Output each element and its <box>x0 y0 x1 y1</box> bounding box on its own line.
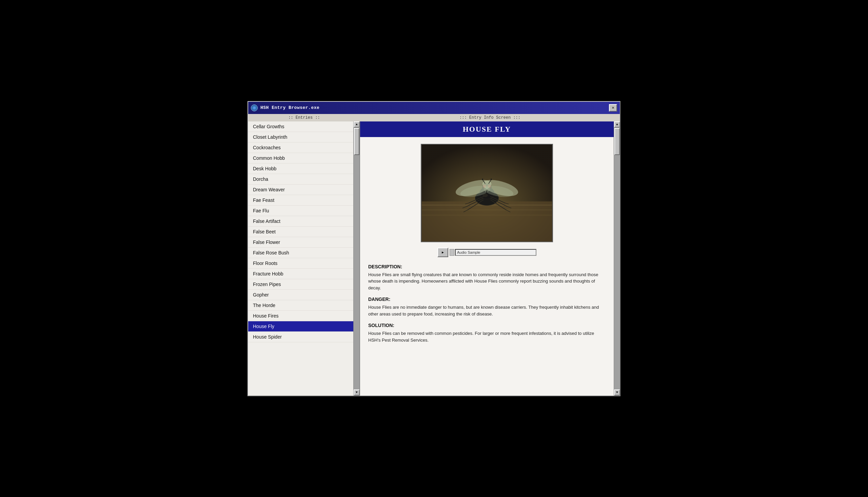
svg-point-32 <box>491 179 492 180</box>
entries-panel: Cellar GrowthsCloset LabyrinthCockroache… <box>248 122 360 396</box>
danger-label: DANGER: <box>368 297 606 302</box>
close-button[interactable]: ✕ <box>609 104 617 112</box>
info-scroll-up-button[interactable]: ▲ <box>614 122 620 128</box>
list-item[interactable]: Floor Roots <box>248 258 353 269</box>
section-headers: :: Entries :: ::: Entry Info Screen ::: <box>248 114 620 122</box>
svg-rect-5 <box>422 215 552 215</box>
play-button[interactable]: ▶ <box>437 248 448 257</box>
list-item[interactable]: Frozen Pipes <box>248 279 353 290</box>
list-item[interactable]: False Flower <box>248 237 353 248</box>
svg-rect-2 <box>422 201 552 241</box>
list-item[interactable]: False Rose Bush <box>248 248 353 258</box>
list-item[interactable]: Closet Labyrinth <box>248 132 353 142</box>
svg-point-31 <box>482 179 483 180</box>
info-panel-content: House Fly <box>360 122 614 396</box>
audio-progress-bar: Audio Sample <box>455 249 536 256</box>
main-content: Cellar GrowthsCloset LabyrinthCockroache… <box>248 122 620 396</box>
list-item[interactable]: Cellar Growths <box>248 122 353 132</box>
scroll-down-button[interactable]: ▼ <box>354 389 359 396</box>
list-item[interactable]: False Artifact <box>248 216 353 227</box>
svg-point-28 <box>483 193 488 197</box>
list-item[interactable]: Cockroaches <box>248 142 353 153</box>
list-item[interactable]: Fae Flu <box>248 205 353 216</box>
entry-header: House Fly <box>360 122 614 137</box>
info-scrollbar[interactable]: ▲ ▼ <box>614 122 620 396</box>
entry-title: House Fly <box>463 125 511 133</box>
scrollbar-thumb[interactable] <box>354 128 359 155</box>
info-panel-wrapper: House Fly <box>360 122 620 396</box>
title-bar: HSH Entry Browser.exe ✕ <box>248 102 620 114</box>
list-item[interactable]: Gopher <box>248 290 353 300</box>
audio-bar-container: Audio Sample <box>450 249 536 256</box>
svg-rect-4 <box>422 210 552 210</box>
info-scrollbar-thumb[interactable] <box>614 128 620 155</box>
list-item[interactable]: Fae Feast <box>248 195 353 205</box>
danger-text: House Flies are no immediate danger to h… <box>368 304 606 317</box>
entries-header: :: Entries :: <box>248 115 360 120</box>
list-item[interactable]: Common Hobb <box>248 153 353 164</box>
list-item[interactable]: House Fly <box>248 321 353 332</box>
entries-list: Cellar GrowthsCloset LabyrinthCockroache… <box>248 122 353 396</box>
description-text: House Flies are small flying creatures t… <box>368 271 606 292</box>
list-scrollbar[interactable]: ▲ ▼ <box>353 122 359 396</box>
list-item[interactable]: House Spider <box>248 332 353 342</box>
app-icon <box>251 104 258 111</box>
info-header-label: ::: Entry Info Screen ::: <box>360 115 620 120</box>
entries-list-container: Cellar GrowthsCloset LabyrinthCockroache… <box>248 122 359 396</box>
list-item[interactable]: Dream Weaver <box>248 185 353 195</box>
list-item[interactable]: Dorcha <box>248 174 353 185</box>
main-window: HSH Entry Browser.exe ✕ :: Entries :: ::… <box>248 101 620 396</box>
audio-square <box>450 249 454 256</box>
window-title: HSH Entry Browser.exe <box>261 105 319 110</box>
scrollbar-track-inner <box>354 128 359 389</box>
solution-text: House Flies can be removed with common p… <box>368 330 606 343</box>
creature-image <box>421 144 553 242</box>
list-item[interactable]: House Fires <box>248 311 353 321</box>
list-item[interactable]: Fracture Hobb <box>248 269 353 279</box>
info-body: ▶ Audio Sample DESCRIPTION: House Flies … <box>360 137 614 396</box>
list-item[interactable]: Desk Hobb <box>248 164 353 174</box>
solution-label: SOLUTION: <box>368 323 606 328</box>
list-item[interactable]: False Beet <box>248 227 353 237</box>
description-label: DESCRIPTION: <box>368 264 606 269</box>
title-bar-left: HSH Entry Browser.exe <box>251 104 319 111</box>
audio-control: ▶ Audio Sample <box>368 248 606 257</box>
info-scroll-down-button[interactable]: ▼ <box>614 389 620 396</box>
info-scrollbar-track <box>614 128 620 389</box>
scroll-up-button[interactable]: ▲ <box>354 122 359 128</box>
audio-label: Audio Sample <box>457 250 481 254</box>
list-item[interactable]: The Horde <box>248 300 353 311</box>
